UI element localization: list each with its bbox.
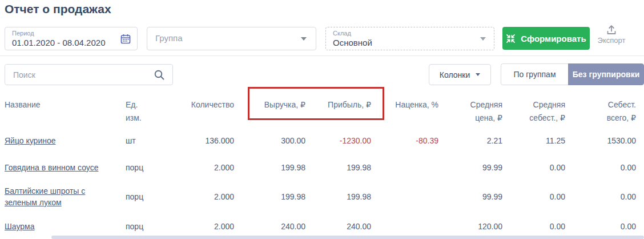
table-cell: 11.25 xyxy=(502,127,565,154)
page-title: Отчет о продажах xyxy=(5,2,111,16)
col-header-quantity[interactable]: Количество xyxy=(168,93,234,127)
col-header-name[interactable]: Название xyxy=(5,93,126,127)
table-cell: 300.00 xyxy=(234,127,305,154)
group-placeholder: Группа xyxy=(155,33,183,43)
col-header-profit[interactable]: Прибыль, ₽ xyxy=(305,93,371,127)
table-cell: 199.98 xyxy=(305,154,371,181)
columns-button-label: Колонки xyxy=(440,70,470,79)
table-cell: шт xyxy=(126,127,168,154)
search-input[interactable] xyxy=(5,65,172,85)
calendar-icon[interactable] xyxy=(120,34,131,44)
table-body: Яйцо куриноешт136.000300.00-1230.00-80.3… xyxy=(5,127,636,239)
sales-report-table: Название Ед. изм. Количество Выручка, ₽ … xyxy=(5,93,636,239)
toggle-no-grouping[interactable]: Без группировки xyxy=(568,63,644,85)
horizontal-scrollbar[interactable] xyxy=(51,236,644,239)
table-cell: 2.21 xyxy=(438,127,502,154)
columns-button[interactable]: Колонки xyxy=(429,64,491,85)
col-header-avg-price[interactable]: Средняя цена, ₽ xyxy=(438,93,502,127)
table-cell: 199.98 xyxy=(234,154,305,181)
table-cell: 0.00 xyxy=(502,181,565,213)
toggle-by-groups[interactable]: По группам xyxy=(501,63,568,85)
col-header-revenue[interactable]: Выручка, ₽ xyxy=(234,93,305,127)
table-cell: 99.99 xyxy=(438,181,502,213)
table-row: Говядина в винном соусепорц2.000199.9819… xyxy=(5,154,636,181)
table-cell: -1230.00 xyxy=(305,127,371,154)
export-upload-icon xyxy=(606,25,617,35)
period-field[interactable]: Период 01.01.2020 - 08.04.2020 xyxy=(5,27,138,50)
table-cell xyxy=(371,181,438,213)
col-header-markup[interactable]: Наценка, % xyxy=(371,93,438,127)
period-label: Период xyxy=(12,30,130,37)
table-header-row: Название Ед. изм. Количество Выручка, ₽ … xyxy=(5,93,636,127)
search-box xyxy=(5,64,173,85)
compress-arrows-icon xyxy=(506,34,516,43)
warehouse-value: Основной xyxy=(333,37,487,48)
export-label: Экспорт xyxy=(594,36,629,45)
product-name-link[interactable]: Балтийские шпроты с зеленым луком xyxy=(5,181,126,213)
grouping-toggle: По группам Без группировки xyxy=(501,63,644,85)
generate-button-label: Сформировать xyxy=(521,34,586,43)
col-header-unit[interactable]: Ед. изм. xyxy=(126,93,168,127)
table-cell: 2.000 xyxy=(168,154,234,181)
warehouse-label: Склад xyxy=(333,30,487,37)
table-cell: 0.00 xyxy=(565,181,636,213)
table-row: Яйцо куриноешт136.000300.00-1230.00-80.3… xyxy=(5,127,636,154)
chevron-down-icon xyxy=(476,73,480,76)
table-cell: 199.98 xyxy=(234,181,305,213)
export-button[interactable]: Экспорт xyxy=(594,25,629,49)
table-cell: порц xyxy=(126,154,168,181)
table-cell: 199.98 xyxy=(305,181,371,213)
table-cell xyxy=(371,154,438,181)
col-header-avg-cost[interactable]: Средняя себест., ₽ xyxy=(502,93,565,127)
product-name-link[interactable]: Яйцо куриное xyxy=(5,127,126,154)
table-cell: 0.00 xyxy=(502,154,565,181)
group-select[interactable]: Группа xyxy=(147,27,316,50)
table-cell: 0.00 xyxy=(565,154,636,181)
sales-report-page: Отчет о продажах Период 01.01.2020 - 08.… xyxy=(0,0,644,239)
table-row: Балтийские шпроты с зеленым лукомпорц2.0… xyxy=(5,181,636,213)
table-cell: 99.99 xyxy=(438,154,502,181)
period-value: 01.01.2020 - 08.04.2020 xyxy=(12,37,130,48)
table-cell: 136.000 xyxy=(168,127,234,154)
table-cell: порц xyxy=(126,181,168,213)
table-cell: 1530.00 xyxy=(565,127,636,154)
table-cell: -80.39 xyxy=(371,127,438,154)
warehouse-select[interactable]: Склад Основной xyxy=(325,27,494,50)
product-name-link[interactable]: Говядина в винном соусе xyxy=(5,154,126,181)
divider xyxy=(0,55,644,56)
generate-report-button[interactable]: Сформировать xyxy=(502,27,590,50)
chevron-down-icon xyxy=(301,37,307,41)
table-cell: 2.000 xyxy=(168,181,234,213)
col-header-total-cost[interactable]: Себест. всего, ₽ xyxy=(565,93,636,127)
chevron-down-icon xyxy=(480,37,486,41)
search-icon[interactable] xyxy=(154,69,165,81)
